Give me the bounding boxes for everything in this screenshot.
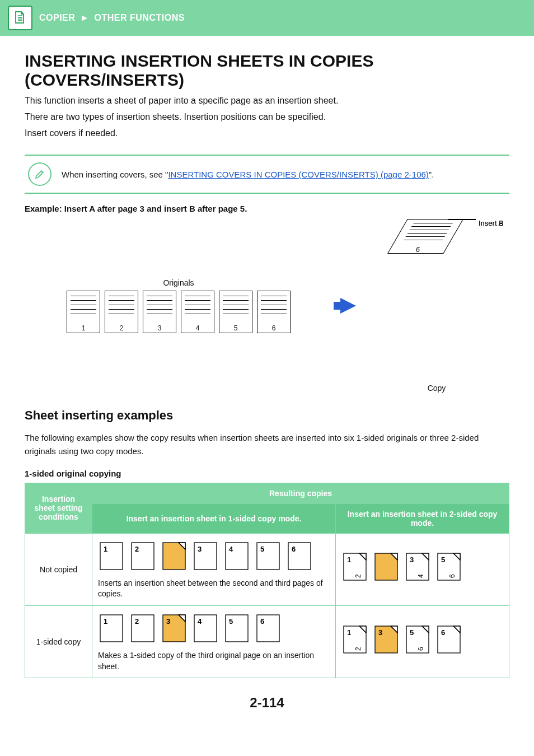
row2-cell-b: 12 3 56 6 [336, 606, 509, 678]
th-1sided-mode: Insert an insertion sheet in 1-sided cop… [92, 503, 336, 533]
arrow-right-icon [340, 298, 356, 314]
svg-text:5: 5 [410, 628, 414, 637]
svg-rect-4 [163, 543, 185, 570]
row1-2sided-diagram: 12 34 56 [341, 550, 481, 582]
note-pre: When inserting covers, see " [62, 170, 168, 179]
orig-page-4: 4 [181, 291, 214, 333]
svg-text:6: 6 [448, 574, 456, 578]
pencil-icon [28, 162, 51, 186]
svg-text:6: 6 [260, 617, 264, 626]
crumb-other-functions[interactable]: OTHER FUNCTIONS [95, 13, 185, 22]
copier-icon [8, 6, 32, 30]
example-heading: Example: Insert A after page 3 and inser… [25, 204, 509, 213]
orig-page-5: 5 [219, 291, 252, 333]
svg-text:1: 1 [104, 545, 107, 553]
diagram-container: Originals 1 2 3 4 5 6 1 2 3 4 5 6 [25, 219, 509, 393]
svg-text:1: 1 [104, 617, 107, 626]
subhead-1sided: 1-sided original copying [25, 469, 509, 478]
header-bar: COPIER ► OTHER FUNCTIONS [0, 0, 534, 36]
row2-2sided-diagram: 12 3 56 6 [341, 623, 481, 655]
page-title: INSERTING INSERTION SHEETS IN COPIES (CO… [25, 52, 509, 90]
intro-line1: This function inserts a sheet of paper i… [25, 94, 509, 108]
row2-cell-a: 1 2 3 4 5 6 Makes a 1-sided copy of the … [92, 606, 336, 678]
svg-text:6: 6 [292, 545, 296, 553]
cross-ref-link[interactable]: INSERTING COVERS IN COPIES (COVERS/INSER… [168, 170, 428, 179]
orig-page-2: 2 [105, 291, 138, 333]
row1-cell-b: 12 34 56 [336, 533, 509, 605]
svg-text:4: 4 [417, 574, 425, 578]
svg-text:5: 5 [260, 545, 264, 553]
svg-text:1: 1 [347, 556, 351, 564]
orig-page-1: 1 [67, 291, 100, 333]
svg-text:2: 2 [135, 617, 139, 626]
chevron-right-icon: ► [80, 13, 89, 22]
svg-text:6: 6 [441, 628, 445, 637]
svg-text:3: 3 [198, 545, 202, 553]
row2-cond: 1-sided copy [25, 606, 92, 678]
svg-text:4: 4 [198, 617, 202, 626]
orig-page-6: 6 [257, 291, 291, 333]
row1-cond: Not copied [25, 533, 92, 605]
page-number: 2-114 [25, 695, 509, 711]
svg-text:1: 1 [347, 628, 351, 637]
svg-text:6: 6 [417, 647, 425, 651]
svg-text:3: 3 [378, 628, 382, 637]
svg-text:2: 2 [135, 545, 139, 553]
svg-text:3: 3 [410, 556, 414, 564]
th-resulting: Resulting copies [92, 483, 509, 503]
row1-caption: Inserts an insertion sheet between the s… [98, 578, 330, 600]
row1-1sided-diagram: 1 2 3 4 5 6 [98, 539, 327, 572]
svg-rect-16 [375, 553, 397, 580]
th-conditions: Insertion sheet setting conditions [25, 483, 92, 533]
breadcrumb: COPIER ► OTHER FUNCTIONS [39, 13, 185, 23]
copy-stack: 1 2 3 4 5 6 Insert A Insert B [364, 219, 509, 381]
section-examples-desc: The following examples show the copy res… [25, 431, 509, 458]
originals-label: Originals [25, 278, 332, 287]
section-examples-title: Sheet inserting examples [25, 408, 509, 423]
svg-text:3: 3 [166, 617, 170, 626]
intro-line2: There are two types of insertion sheets.… [25, 110, 509, 124]
note-post: ". [429, 170, 434, 179]
svg-text:5: 5 [441, 556, 445, 564]
crumb-copier[interactable]: COPIER [39, 13, 75, 22]
row2-caption: Makes a 1-sided copy of the third origin… [98, 650, 330, 672]
results-table: Insertion sheet setting conditions Resul… [25, 483, 509, 678]
originals-row: 1 2 3 4 5 6 [25, 291, 332, 333]
orig-page-3: 3 [143, 291, 176, 333]
th-2sided-mode: Insert an insertion sheet in 2-sided cop… [336, 503, 509, 533]
svg-text:4: 4 [229, 545, 233, 553]
note-text: When inserting covers, see "INSERTING CO… [62, 170, 434, 179]
intro-line3: Insert covers if needed. [25, 127, 509, 141]
insert-b-label: Insert B [479, 219, 504, 227]
svg-text:5: 5 [229, 617, 233, 626]
svg-text:2: 2 [354, 574, 362, 578]
note-callout: When inserting covers, see "INSERTING CO… [25, 155, 509, 194]
row1-cell-a: 1 2 3 4 5 6 Inserts an insertion sheet b… [92, 533, 336, 605]
copy-label: Copy [364, 384, 509, 393]
svg-text:2: 2 [354, 647, 362, 651]
row2-1sided-diagram: 1 2 3 4 5 6 [98, 612, 327, 644]
